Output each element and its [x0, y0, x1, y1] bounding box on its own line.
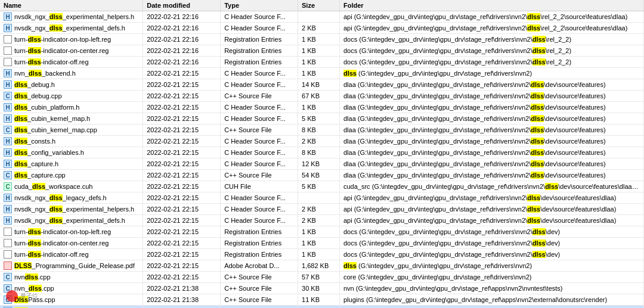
table-row[interactable]: Cnvndlss.cpp2022-02-21 22:15C++ Source F… — [0, 272, 644, 283]
file-date: 2022-02-21 22:15 — [143, 170, 221, 181]
table-row[interactable]: Hdlss_cubin_kernel_map.h2022-02-21 22:15… — [0, 113, 644, 125]
file-name-cell[interactable]: Ccuda_dlss_workspace.cuh — [0, 181, 143, 192]
cuh-file-icon: C — [4, 182, 12, 191]
file-name-cell[interactable]: Cdlss_debug.cpp — [0, 91, 143, 102]
col-header-name[interactable]: Name — [0, 0, 143, 11]
table-row[interactable]: Cdlss_cubin_kernel_map.cpp2022-02-21 22:… — [0, 125, 644, 136]
file-size: 1 KB — [298, 238, 340, 249]
col-header-date[interactable]: Date modified — [143, 0, 221, 11]
h-file-icon: H — [4, 148, 12, 157]
file-name-cell[interactable]: HDlssPass.h — [0, 306, 143, 309]
file-date: 2022-02-21 22:15 — [143, 147, 221, 158]
file-name-cell[interactable]: turn-dlss-indicator-on-center.reg — [0, 45, 143, 57]
table-row[interactable]: turn-dlss-indicator-off.reg2022-02-21 22… — [0, 57, 644, 68]
file-date: 2022-02-21 22:15 — [143, 113, 221, 125]
file-size: 1 KB — [298, 68, 340, 79]
file-name-text: turn-dlss-indicator-off.reg — [14, 251, 89, 258]
table-row[interactable]: Cdlss_debug.cpp2022-02-21 22:15C++ Sourc… — [0, 91, 644, 102]
table-row[interactable]: Hnvsdk_ngx_dlss_legacy_defs.h2022-02-21 … — [0, 192, 644, 204]
file-name-text: dlss_config_variables.h — [14, 149, 84, 156]
file-size — [298, 192, 340, 204]
file-name-cell[interactable]: turn-dlss-indicator-on-top-left.reg — [0, 34, 143, 45]
table-row[interactable]: Cdlss_capture.cpp2022-02-21 22:15C++ Sou… — [0, 170, 644, 181]
table-row[interactable]: turn-dlss-indicator-off.reg2022-02-21 22… — [0, 249, 644, 260]
file-name-cell[interactable]: Hnvsdk_ngx_dlss_experimental_defs.h — [0, 23, 143, 34]
file-name-cell[interactable]: turn-dlss-indicator-on-center.reg — [0, 238, 143, 249]
file-date: 2022-02-21 21:38 — [143, 306, 221, 309]
file-name-text: cuda_dlss_workspace.cuh — [14, 183, 93, 190]
table-row[interactable]: HDlssPass.h2022-02-21 21:38C Header Sour… — [0, 306, 644, 309]
file-name-cell[interactable]: Cnvndlss.cpp — [0, 272, 143, 283]
table-row[interactable]: Ccuda_dlss_workspace.cuh2022-02-21 22:15… — [0, 181, 644, 192]
reg-file-icon — [4, 58, 12, 66]
file-name-cell[interactable]: Hdlss_cubin_kernel_map.h — [0, 113, 143, 125]
cpp-file-icon: C — [4, 273, 12, 281]
table-row[interactable]: turn-dlss-indicator-on-center.reg2022-02… — [0, 45, 644, 57]
cpp-file-icon: C — [4, 92, 12, 100]
file-name-cell[interactable]: turn-dlss-indicator-on-top-left.reg — [0, 226, 143, 238]
table-row[interactable]: DLSS_Programming_Guide_Release.pdf2022-0… — [0, 260, 644, 272]
table-wrapper[interactable]: Name Date modified Type Size Folder Hnvs… — [0, 0, 644, 308]
file-type: C Header Source F... — [221, 11, 298, 23]
file-name-cell[interactable]: Cdlss_cubin_kernel_map.cpp — [0, 125, 143, 136]
file-date: 2022-02-21 22:15 — [143, 136, 221, 147]
file-type: CUH File — [221, 181, 298, 192]
table-row[interactable]: Cnvn_dlss.cpp2022-02-21 21:38C++ Source … — [0, 283, 644, 294]
file-name-cell[interactable]: Hdlss_debug.h — [0, 79, 143, 91]
table-row[interactable]: turn-dlss-indicator-on-top-left.reg2022-… — [0, 34, 644, 45]
file-name-cell[interactable]: DLSS_Programming_Guide_Release.pdf — [0, 260, 143, 272]
table-row[interactable]: Hdlss_consts.h2022-02-21 22:15C Header S… — [0, 136, 644, 147]
file-folder: cuda_src (G:\integdev_gpu_drv\integ\gpu_… — [339, 181, 643, 192]
table-row[interactable]: turn-dlss-indicator-on-top-left.reg2022-… — [0, 226, 644, 238]
file-name-cell[interactable]: Hdlss_config_variables.h — [0, 147, 143, 158]
col-header-size[interactable]: Size — [298, 0, 340, 11]
h-file-icon: H — [4, 205, 12, 213]
file-date: 2022-02-21 22:15 — [143, 192, 221, 204]
file-name-cell[interactable]: Hdlss_consts.h — [0, 136, 143, 147]
table-row[interactable]: Hdlss_cubin_platform.h2022-02-21 22:15C … — [0, 102, 644, 113]
table-row[interactable]: Hnvsdk_ngx_dlss_experimental_defs.h2022-… — [0, 215, 644, 226]
file-type: C Header Source F... — [221, 113, 298, 125]
file-name-text: nvsdk_ngx_dlss_legacy_defs.h — [14, 194, 107, 201]
col-header-type[interactable]: Type — [221, 0, 298, 11]
file-name-text: nvn_dlss_backend.h — [14, 70, 76, 77]
table-row[interactable]: Hnvn_dlss_backend.h2022-02-21 22:15C Hea… — [0, 68, 644, 79]
table-row[interactable]: Hdlss_debug.h2022-02-21 22:15C Header So… — [0, 79, 644, 91]
table-row[interactable]: CDlssPass.cpp2022-02-21 21:38C++ Source … — [0, 294, 644, 306]
table-row[interactable]: Hnvsdk_ngx_dlss_experimental_defs.h2022-… — [0, 23, 644, 34]
file-name-cell[interactable]: Hnvsdk_ngx_dlss_legacy_defs.h — [0, 192, 143, 204]
file-date: 2022-02-21 21:38 — [143, 283, 221, 294]
file-name-cell[interactable]: Hdlss_capture.h — [0, 158, 143, 170]
file-name-cell[interactable]: turn-dlss-indicator-off.reg — [0, 57, 143, 68]
watermark-logo — [6, 290, 18, 302]
watermark-text: 量子位 — [20, 292, 38, 300]
table-row[interactable]: Hnvsdk_ngx_dlss_experimental_helpers.h20… — [0, 11, 644, 23]
file-name-cell[interactable]: Hnvsdk_ngx_dlss_experimental_defs.h — [0, 215, 143, 226]
table-row[interactable]: Hdlss_config_variables.h2022-02-21 22:15… — [0, 147, 644, 158]
file-name-cell[interactable]: turn-dlss-indicator-off.reg — [0, 249, 143, 260]
table-row[interactable]: Hnvsdk_ngx_dlss_experimental_helpers.h20… — [0, 204, 644, 215]
file-type: C Header Source F... — [221, 147, 298, 158]
file-type: Registration Entries — [221, 45, 298, 57]
file-folder: nvn (G:\integdev_gpu_drv\integ\gpu_drv\s… — [339, 283, 643, 294]
file-name-cell[interactable]: Hdlss_cubin_platform.h — [0, 102, 143, 113]
col-header-folder[interactable]: Folder — [339, 0, 643, 11]
file-folder: api (G:\integdev_gpu_drv\integ\gpu_drv\s… — [339, 204, 643, 215]
file-size: 1,682 KB — [298, 260, 340, 272]
file-folder: dlss (G:\integdev_gpu_drv\integ\gpu_drv\… — [339, 68, 643, 79]
table-row[interactable]: turn-dlss-indicator-on-center.reg2022-02… — [0, 238, 644, 249]
file-name-cell[interactable]: Hnvsdk_ngx_dlss_experimental_helpers.h — [0, 204, 143, 215]
h-file-icon: H — [4, 24, 12, 32]
file-folder: docs (G:\integdev_gpu_drv\integ\gpu_drv\… — [339, 226, 643, 238]
file-name-text: dlss_cubin_kernel_map.cpp — [14, 126, 97, 133]
file-size: 30 KB — [298, 283, 340, 294]
file-size: 8 KB — [298, 147, 340, 158]
table-row[interactable]: Hdlss_capture.h2022-02-21 22:15C Header … — [0, 158, 644, 170]
file-date: 2022-02-21 22:15 — [143, 91, 221, 102]
file-name-text: turn-dlss-indicator-on-center.reg — [14, 47, 109, 54]
file-name-cell[interactable]: Hnvsdk_ngx_dlss_experimental_helpers.h — [0, 11, 143, 23]
file-name-text: nvsdk_ngx_dlss_experimental_defs.h — [14, 217, 125, 224]
file-name-cell[interactable]: Hnvn_dlss_backend.h — [0, 68, 143, 79]
file-name-cell[interactable]: Cdlss_capture.cpp — [0, 170, 143, 181]
file-folder: docs (G:\integdev_gpu_drv\integ\gpu_drv\… — [339, 34, 643, 45]
